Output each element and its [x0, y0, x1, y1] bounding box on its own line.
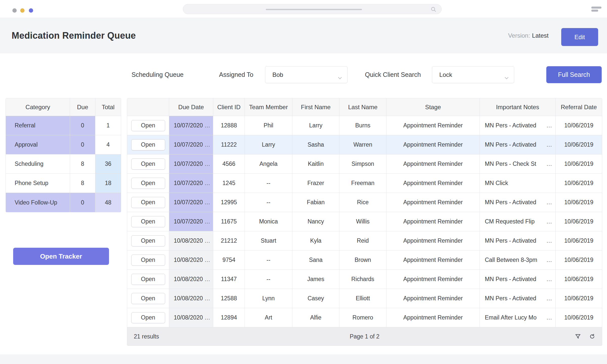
quick-client-search-label: Quick Client Search — [365, 71, 421, 78]
notes-cell: MN Pers - Check St… — [480, 154, 556, 174]
due-date-text: 10/07/2020 — [174, 161, 203, 167]
open-cell: Open — [127, 174, 169, 193]
due-date-text: 10/08/2020 — [174, 276, 203, 283]
last-name-cell: Elliott — [339, 289, 386, 308]
open-button[interactable]: Open — [131, 120, 165, 131]
header-last-name: Last Name — [339, 98, 386, 116]
open-button[interactable]: Open — [131, 293, 165, 304]
category-cell: Referral — [6, 116, 70, 135]
due-date-text: 10/07/2020 — [174, 180, 203, 187]
open-button[interactable]: Open — [131, 216, 165, 227]
truncation-ellipsis: … — [204, 218, 210, 225]
client-id-cell: 4566 — [213, 154, 245, 174]
truncation-ellipsis: … — [204, 237, 210, 244]
last-name-cell: Brown — [339, 251, 386, 270]
page-header: Medication Reminder Queue Version:Latest… — [0, 18, 607, 53]
truncation-ellipsis: … — [204, 141, 210, 148]
page-indicator: Page 1 of 2 — [350, 333, 380, 340]
open-button[interactable]: Open — [131, 274, 165, 285]
window-dot-minimize[interactable] — [20, 8, 25, 13]
due-date-cell: 10/07/2020… — [169, 154, 213, 174]
header-important-notes: Important Notes — [480, 98, 556, 116]
last-name-cell: Rice — [339, 193, 386, 212]
queue-row: Open 10/08/2020… 11347 -- James Richards… — [127, 270, 602, 289]
due-date-cell: 10/08/2020… — [169, 231, 213, 251]
truncation-ellipsis: … — [546, 237, 552, 244]
referral-date-cell: 10/06/2019 — [556, 231, 602, 251]
notes-text: MN Pers - Activated — [485, 199, 536, 206]
category-cell: Phone Setup — [6, 174, 70, 193]
team-member-cell: -- — [245, 270, 292, 289]
notes-text: MN Pers - Check St — [485, 161, 536, 167]
due-cell: 8 — [70, 154, 95, 174]
header-due-date: Due Date — [169, 98, 213, 116]
version-label: Version: — [508, 32, 530, 39]
window-dot-close[interactable] — [12, 8, 17, 13]
edit-button[interactable]: Edit — [561, 28, 598, 46]
first-name-cell: Sasha — [292, 135, 339, 154]
full-search-button[interactable]: Full Search — [546, 66, 602, 83]
last-name-cell: Richards — [339, 270, 386, 289]
first-name-cell: Frazer — [292, 174, 339, 193]
referral-date-cell: 10/06/2019 — [556, 212, 602, 231]
notes-cell: CM Requested Flip… — [480, 212, 556, 231]
category-cell: Approval — [6, 135, 70, 154]
open-cell: Open — [127, 212, 169, 231]
due-date-text: 10/08/2020 — [174, 257, 203, 263]
due-date-text: 10/07/2020 — [174, 141, 203, 148]
notes-cell: Call Between 8-3pm… — [480, 251, 556, 270]
truncation-ellipsis: … — [204, 161, 210, 167]
stage-cell: Appointment Reminder — [386, 193, 480, 212]
window-dot-expand[interactable] — [29, 8, 33, 13]
last-name-cell: Reid — [339, 231, 386, 251]
last-name-cell: Burns — [339, 116, 386, 135]
queue-table-header: Due Date Client ID Team Member First Nam… — [127, 98, 602, 116]
truncation-ellipsis: … — [546, 161, 552, 167]
refresh-icon[interactable] — [589, 333, 595, 340]
open-cell: Open — [127, 308, 169, 327]
queue-row-selected: Open 10/07/2020… 11222 Larry Sasha Warre… — [127, 135, 602, 154]
referral-date-cell: 10/06/2019 — [556, 174, 602, 193]
truncation-ellipsis: … — [546, 314, 552, 321]
due-date-text: 10/07/2020 — [174, 199, 203, 206]
queue-row: Open 10/08/2020… 12588 Lynn Casey Elliot… — [127, 289, 602, 308]
truncation-ellipsis: … — [546, 257, 552, 263]
open-button[interactable]: Open — [131, 235, 165, 246]
notes-text: MN Click — [485, 180, 508, 187]
open-button[interactable]: Open — [131, 139, 165, 150]
summary-row: Phone Setup 8 18 — [6, 174, 121, 193]
menu-stack-icon[interactable] — [591, 7, 601, 13]
assigned-to-select[interactable]: Bob — [265, 66, 348, 83]
referral-date-cell: 10/06/2019 — [556, 193, 602, 212]
browser-address-bar[interactable] — [183, 4, 442, 14]
open-button[interactable]: Open — [131, 197, 165, 208]
notes-cell: MN Pers - Activated… — [480, 289, 556, 308]
notes-cell: MN Pers - Activated… — [480, 193, 556, 212]
open-cell: Open — [127, 289, 169, 308]
referral-date-cell: 10/06/2019 — [556, 251, 602, 270]
queue-row: Open 10/07/2020… 12995 -- Fabian Rice Ap… — [127, 193, 602, 212]
open-button[interactable]: Open — [131, 312, 165, 323]
last-name-cell: Romero — [339, 308, 386, 327]
quick-client-search-select[interactable]: Lock — [432, 66, 514, 83]
open-cell: Open — [127, 270, 169, 289]
due-date-cell: 10/07/2020… — [169, 212, 213, 231]
open-button[interactable]: Open — [131, 255, 165, 266]
notes-text: MN Pers - Activated — [485, 122, 536, 129]
filter-icon[interactable] — [575, 333, 581, 340]
open-tracker-button[interactable]: Open Tracker — [13, 248, 109, 265]
open-button[interactable]: Open — [131, 158, 165, 170]
last-name-cell: Warren — [339, 135, 386, 154]
notes-cell: MN Pers - Activated… — [480, 135, 556, 154]
client-id-cell: 12888 — [213, 116, 245, 135]
open-button[interactable]: Open — [131, 178, 165, 189]
bar — [591, 7, 601, 9]
client-id-cell: 12995 — [213, 193, 245, 212]
referral-date-cell: 10/06/2019 — [556, 116, 602, 135]
queue-row: Open 10/07/2020… 12888 Phil Larry Burns … — [127, 116, 602, 135]
due-cell: 8 — [70, 174, 95, 193]
notes-text: CM Requested Flip — [485, 218, 535, 225]
client-id-cell: 12894 — [213, 308, 245, 327]
version-value: Latest — [532, 32, 549, 39]
queue-row: Open 10/08/2020… 9754 -- Sana Brown Appo… — [127, 251, 602, 270]
